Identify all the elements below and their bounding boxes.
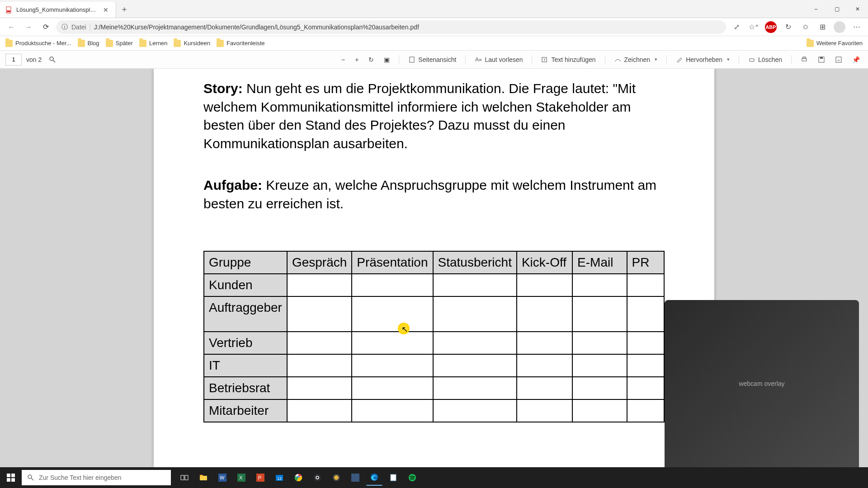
- new-tab-button[interactable]: ＋: [116, 0, 132, 18]
- folder-icon: [78, 40, 85, 47]
- svg-rect-10: [803, 57, 806, 58]
- abp-extension-icon[interactable]: ABP: [764, 20, 778, 34]
- pdf-add-text-button[interactable]: TText hinzufügen: [538, 54, 598, 65]
- pdf-saveas-button[interactable]: [832, 54, 845, 65]
- tab-close-button[interactable]: ✕: [101, 6, 110, 14]
- save-icon: [818, 56, 825, 63]
- pdf-find-button[interactable]: [46, 54, 59, 65]
- forward-button: →: [22, 20, 35, 34]
- pdf-pin-toolbar-button[interactable]: 📌: [849, 54, 863, 65]
- back-button[interactable]: ←: [5, 20, 18, 34]
- pdf-zoom-out-button[interactable]: −: [339, 54, 348, 65]
- pdf-zoom-in-button[interactable]: +: [352, 54, 361, 65]
- file-explorer-app[interactable]: [195, 469, 212, 486]
- zoom-icon[interactable]: ⤢: [730, 20, 743, 34]
- maximize-button[interactable]: ▢: [826, 0, 847, 18]
- close-button[interactable]: ✕: [847, 0, 868, 18]
- svg-point-37: [334, 475, 339, 480]
- communication-plan-table: Gruppe Gespräch Präsentation Statusberic…: [203, 251, 665, 422]
- highlight-icon: [676, 56, 683, 63]
- page-view-icon: [408, 56, 415, 63]
- bookmark-folder[interactable]: Später: [106, 40, 133, 47]
- svg-rect-9: [802, 58, 807, 61]
- bookmarks-bar: Produktsuche - Mer... Blog Später Lernen…: [0, 36, 868, 51]
- pdf-fit-page-button[interactable]: ▣: [381, 54, 392, 65]
- collections-icon[interactable]: ⊞: [816, 20, 829, 34]
- start-button[interactable]: [0, 467, 22, 488]
- task-view-button[interactable]: [176, 469, 193, 486]
- row-label: Kunden: [204, 274, 287, 296]
- pdf-page-view-button[interactable]: Seitenansicht: [406, 54, 459, 65]
- more-menu-icon[interactable]: ⋯: [850, 20, 863, 34]
- svg-rect-16: [7, 478, 10, 482]
- site-info-icon[interactable]: ⓘ: [61, 23, 68, 31]
- folder-icon: [5, 40, 13, 47]
- bookmark-folder[interactable]: Favoritenleiste: [217, 40, 265, 47]
- pdf-read-aloud-button[interactable]: A»Laut vorlesen: [472, 54, 525, 65]
- url-protocol: Datei: [71, 23, 90, 31]
- svg-rect-4: [410, 57, 414, 62]
- pdf-toolbar: von 2 − + ↻ ▣ Seitenansicht A»Laut vorle…: [0, 51, 868, 69]
- pdf-rotate-button[interactable]: ↻: [366, 54, 377, 65]
- refresh-button[interactable]: ⟳: [39, 20, 52, 34]
- bookmark-folder[interactable]: Kursideen: [174, 40, 210, 47]
- pdf-page: Story: Nun geht es um die Projektkommuni…: [154, 69, 714, 467]
- bookmark-overflow[interactable]: Weitere Favoriten: [807, 40, 863, 47]
- address-bar[interactable]: ⓘ Datei J:/Meine%20Kurse/Projektmanageme…: [56, 20, 726, 34]
- windows-logo-icon: [7, 474, 15, 482]
- svg-rect-13: [836, 57, 841, 62]
- svg-line-3: [53, 60, 55, 62]
- pdf-page-total: von 2: [26, 56, 42, 63]
- pdf-highlight-button[interactable]: Hervorheben▾: [673, 54, 732, 65]
- taskbar-search[interactable]: Zur Suche Text hier eingeben: [22, 470, 171, 485]
- svg-rect-22: [200, 476, 207, 480]
- excel-icon: X: [237, 474, 245, 482]
- pdf-save-button[interactable]: [815, 54, 828, 65]
- windows-taskbar: Zur Suche Text hier eingeben W X P 12: [0, 467, 868, 488]
- bookmark-folder[interactable]: Produktsuche - Mer...: [5, 40, 71, 47]
- bookmark-folder[interactable]: Blog: [78, 40, 99, 47]
- generic-app[interactable]: [328, 469, 344, 486]
- svg-rect-14: [7, 474, 10, 477]
- table-header: PR: [627, 251, 664, 274]
- sync-icon[interactable]: ↻: [781, 20, 795, 34]
- pdf-erase-button[interactable]: Löschen: [745, 54, 785, 65]
- calendar-icon: 12: [275, 474, 283, 482]
- task-label: Aufgabe:: [203, 178, 262, 192]
- powerpoint-app[interactable]: P: [252, 469, 269, 486]
- table-header-row: Gruppe Gespräch Präsentation Statusberic…: [204, 251, 664, 274]
- svg-rect-20: [181, 475, 184, 480]
- obs-app[interactable]: [309, 469, 326, 486]
- svg-text:W: W: [220, 475, 225, 480]
- folder-icon: [139, 40, 146, 47]
- folder-icon: [807, 40, 814, 47]
- calendar-app[interactable]: 12: [271, 469, 288, 486]
- webcam-overlay: webcam overlay: [665, 300, 859, 467]
- edge-app[interactable]: [366, 469, 382, 486]
- spotify-app[interactable]: [404, 469, 420, 486]
- minimize-button[interactable]: –: [806, 0, 826, 18]
- app-icon: [332, 474, 340, 482]
- row-label: Betriebsrat: [204, 377, 287, 399]
- chrome-app[interactable]: [290, 469, 307, 486]
- reader-icon[interactable]: ☆⁺: [747, 20, 760, 34]
- excel-app[interactable]: X: [233, 469, 250, 486]
- pdf-page-input[interactable]: [5, 54, 22, 66]
- pdf-draw-button[interactable]: Zeichnen▾: [612, 54, 660, 65]
- chevron-down-icon: ▾: [725, 56, 730, 62]
- davinci-app[interactable]: [347, 469, 363, 486]
- pdf-print-button[interactable]: [798, 54, 811, 65]
- favorites-icon[interactable]: ✩: [798, 20, 812, 34]
- pdf-viewport[interactable]: Story: Nun geht es um die Projektkommuni…: [0, 69, 868, 467]
- folder-icon: [217, 40, 224, 47]
- bookmark-folder[interactable]: Lernen: [139, 40, 167, 47]
- profile-avatar[interactable]: [833, 20, 846, 34]
- notepad-app[interactable]: [385, 469, 401, 486]
- table-row: IT: [204, 354, 664, 377]
- folder-icon: [174, 40, 181, 47]
- story-label: Story:: [203, 81, 243, 96]
- browser-tab[interactable]: Lösung5_Kommunikationsplan a ✕: [0, 2, 116, 18]
- word-app[interactable]: W: [214, 469, 231, 486]
- table-row: Kunden: [204, 274, 664, 296]
- svg-rect-8: [750, 59, 754, 61]
